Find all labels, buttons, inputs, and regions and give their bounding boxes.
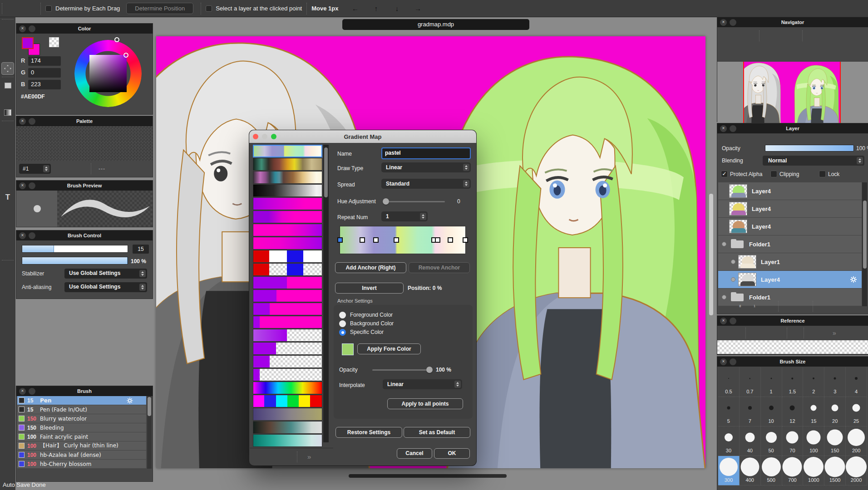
sv-marker[interactable] [123, 53, 128, 58]
gradient-preset[interactable] [253, 289, 322, 302]
select-rect-tool[interactable] [1, 123, 14, 136]
brush-item[interactable]: 150Bleeding [17, 423, 146, 432]
brush-size-option[interactable]: 150 [824, 426, 846, 456]
gradient-preset[interactable] [253, 434, 322, 447]
gradient-preset[interactable] [253, 316, 322, 328]
hue-slider-knob[interactable] [383, 198, 389, 205]
reference-image-area[interactable] [717, 340, 868, 354]
brush-item[interactable]: 100【Hair】 Curly hair (thin line) [17, 441, 146, 450]
brush-size-option[interactable]: 1000 [803, 456, 824, 485]
detach-panel-icon[interactable] [29, 25, 35, 32]
brush-size-option[interactable]: 500 [761, 456, 782, 485]
new-folder-icon[interactable] [764, 301, 772, 311]
blending-select[interactable]: Normal [763, 156, 864, 166]
zoom-out-icon[interactable] [762, 328, 770, 338]
hand-tool[interactable] [1, 245, 14, 258]
brush-size-option[interactable]: 300 [718, 456, 740, 485]
move-tool[interactable] [1, 62, 14, 75]
gradient-preset[interactable] [253, 329, 322, 342]
brush-scrollbar[interactable] [147, 396, 152, 469]
canvas-horizontal-scrollbar[interactable] [349, 474, 507, 478]
hue-marker[interactable] [114, 37, 119, 42]
brush-size-option[interactable]: 40 [740, 426, 761, 456]
duplicate-layer-icon[interactable] [784, 301, 793, 311]
stabilizer-select[interactable]: Use Global Settings [64, 269, 147, 279]
anchor-opacity-slider[interactable] [372, 369, 430, 371]
name-input[interactable]: pastel [381, 147, 471, 159]
undo-icon[interactable] [9, 4, 18, 13]
gradient-preset[interactable] [253, 342, 322, 355]
gradient-preset[interactable] [253, 197, 322, 210]
text-tool[interactable]: T [1, 191, 14, 204]
saturation-value-square[interactable] [89, 55, 127, 92]
redo-icon[interactable] [27, 4, 36, 13]
move-down-button[interactable]: ↓ [386, 5, 407, 12]
layer-row[interactable]: Layer4 [718, 271, 862, 288]
zoom-in-icon[interactable] [750, 328, 758, 338]
brush-opacity-slider[interactable] [22, 257, 128, 265]
new-layer-icon[interactable] [722, 301, 730, 311]
rotate-cw-icon[interactable] [789, 31, 798, 41]
close-icon[interactable]: × [720, 125, 727, 132]
zoom-fit-icon[interactable] [774, 328, 783, 338]
move-right-button[interactable]: → [407, 5, 428, 12]
layer-settings-gear-icon[interactable] [849, 275, 858, 285]
new-1bit-layer-icon[interactable]: 1 [750, 301, 758, 311]
antialias-select[interactable]: Use Global Settings [64, 282, 147, 292]
layer-folder-row[interactable]: Folder1 [718, 235, 862, 253]
detach-panel-icon[interactable] [29, 388, 35, 395]
brush-size-option[interactable]: 5 [718, 397, 740, 426]
close-icon[interactable]: × [19, 25, 26, 32]
select-layer-checkbox[interactable] [206, 5, 212, 12]
gradient-preview-bar[interactable] [340, 226, 466, 254]
delete-reference-icon[interactable] [733, 328, 741, 338]
gradient-anchor[interactable] [373, 237, 379, 243]
gradient-preset[interactable] [253, 224, 322, 236]
ok-button[interactable]: OK [434, 448, 470, 459]
move-up-button[interactable]: ↑ [365, 5, 386, 12]
gradient-preset[interactable] [253, 421, 322, 434]
repeat-num-stepper[interactable]: 1 [381, 211, 428, 221]
rotate-ccw-icon[interactable] [764, 31, 772, 41]
brush-size-option[interactable]: 100 [803, 426, 824, 456]
brush-size-option[interactable]: 200 [846, 426, 867, 456]
apply-fore-color-button[interactable]: Apply Fore Color [357, 343, 421, 354]
brush-size-option[interactable]: 10 [761, 397, 782, 426]
brush-size-option[interactable]: 3 [824, 368, 846, 397]
close-icon[interactable]: × [19, 388, 26, 395]
brush-size-option[interactable]: 1 [761, 368, 782, 397]
draw-type-select[interactable]: Linear [381, 162, 471, 172]
close-icon[interactable]: × [720, 318, 727, 324]
brush-size-option[interactable]: 0.7 [740, 368, 761, 397]
eyedropper-icon[interactable] [791, 328, 799, 338]
detach-panel-icon[interactable] [29, 182, 35, 189]
add-anchor-button[interactable]: Add Anchor (Right) [335, 262, 406, 273]
gradient-preset[interactable] [253, 368, 322, 381]
brush-size-option[interactable]: 70 [782, 426, 804, 456]
remove-anchor-button[interactable]: Remove Anchor [409, 262, 470, 273]
restore-settings-button[interactable]: Restore Settings [335, 427, 402, 438]
detach-panel-icon[interactable] [730, 358, 736, 365]
gradient-preset[interactable] [253, 184, 322, 197]
gradient-anchor[interactable] [394, 237, 399, 243]
gradient-preset[interactable] [253, 355, 322, 368]
gradient-anchor[interactable] [360, 237, 365, 243]
brush-size-option[interactable]: 0.5 [718, 368, 740, 397]
brush-size-option[interactable]: 12 [782, 397, 804, 426]
brush-size-option[interactable]: 50 [761, 426, 782, 456]
brush-item[interactable]: 100hb-Cherry blossom [17, 460, 146, 468]
foreground-color-swatch[interactable] [22, 37, 34, 49]
protect-alpha-checkbox[interactable]: ✓ [721, 171, 728, 177]
b-value-field[interactable]: 223 [28, 80, 61, 89]
anchor-opacity-knob[interactable] [426, 367, 433, 373]
brush-item[interactable]: 15Pen (Fade In/Out) [17, 405, 146, 414]
brush-store-icon[interactable] [21, 470, 29, 480]
more-icon[interactable]: » [833, 329, 836, 337]
brush-size-option[interactable]: 25 [846, 397, 867, 426]
gradient-preset[interactable] [253, 211, 322, 223]
clipping-checkbox[interactable] [770, 171, 777, 177]
gradient-preset[interactable] [253, 276, 322, 289]
lock-checkbox[interactable] [819, 171, 826, 177]
gradient-preset[interactable] [253, 303, 322, 315]
layer-opacity-slider[interactable] [765, 145, 854, 152]
